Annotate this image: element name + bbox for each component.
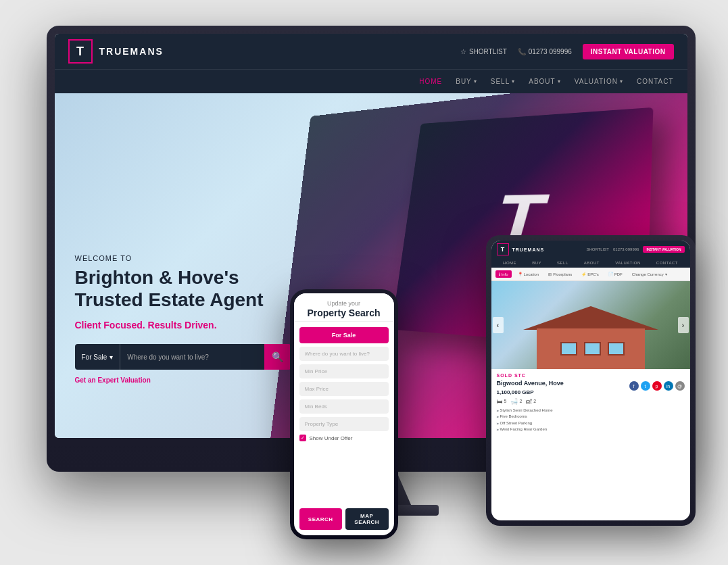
tablet-shortlist-link[interactable]: SHORTLIST (586, 247, 609, 251)
prev-image-button[interactable]: ‹ (493, 317, 504, 333)
tablet-logo-area: T TRUEMANS (497, 243, 545, 255)
instant-valuation-button[interactable]: INSTANT VALUATION (583, 44, 674, 59)
nav-item-home[interactable]: HOME (419, 78, 442, 85)
nav-item-buy[interactable]: BUY ▾ (456, 78, 477, 85)
property-features: 🛏 5 🛁 2 🛋 2 (497, 398, 685, 405)
beds-feature: 🛏 5 (497, 398, 507, 405)
logo-area: T TRUEMANS (68, 39, 164, 64)
house-illustration (523, 308, 658, 369)
bed-icon: 🛏 (497, 398, 503, 405)
social-share-icons: f t p in @ (629, 381, 685, 391)
chevron-down-icon: ▾ (474, 78, 477, 84)
baths-feature: 🛁 2 (510, 398, 522, 405)
property-type-input[interactable] (299, 417, 389, 431)
floorplan-icon: ⊞ (548, 272, 552, 276)
reception-feature: 🛋 2 (526, 398, 536, 405)
sold-stc-badge: SOLD STC (497, 373, 685, 378)
show-under-offer-checkbox[interactable]: ✓ (299, 435, 306, 441)
epc-icon: ⚡ (581, 272, 586, 276)
hero-title: Brighton & Hove's Trusted Estate Agent (75, 266, 291, 312)
tablet-nav-valuation[interactable]: VALUATION (615, 261, 641, 265)
search-input[interactable]: Where do you want to live? (120, 353, 264, 361)
hero-subtitle: Client Focused. Results Driven. (75, 320, 291, 330)
phone-screen: Update your Property Search For Sale ✓ S… (294, 293, 394, 535)
email-icon[interactable]: @ (675, 381, 685, 391)
next-image-button[interactable]: › (678, 317, 689, 333)
property-bullets: Stylish Semi Detached Home Five Bedrooms… (497, 408, 685, 433)
chevron-down-icon: ▾ (512, 78, 515, 84)
expert-valuation-link[interactable]: Expert Valuation (97, 376, 150, 384)
info-icon: ℹ (499, 272, 500, 276)
tab-info[interactable]: ℹ Info (495, 270, 512, 278)
tablet-nav-sell[interactable]: SELL (557, 261, 568, 265)
tablet-screen: T TRUEMANS SHORTLIST 01273 099996 INSTAN… (491, 241, 690, 520)
pinterest-icon[interactable]: p (652, 381, 662, 391)
search-bar: For Sale ▾ Where do you want to live? 🔍 (75, 344, 291, 370)
chevron-down-icon: ▾ (110, 353, 113, 361)
min-beds-input[interactable] (299, 399, 389, 414)
tab-floorplans[interactable]: ⊞ Floorplans (545, 270, 575, 278)
tablet-header-links: SHORTLIST 01273 099996 INSTANT VALUATION (586, 246, 684, 253)
tablet-nav: HOME BUY SELL ABOUT VALUATION CONTACT (491, 258, 690, 268)
tab-epcs[interactable]: ⚡ EPC's (578, 270, 602, 278)
linkedin-icon[interactable]: in (664, 381, 673, 391)
welcome-text: WELCOME TO (75, 254, 291, 262)
tablet-nav-buy[interactable]: BUY (532, 261, 541, 265)
tablet-logo-box: T (497, 243, 509, 255)
phone-form: For Sale ✓ Show Under Offer SEARCH MAP S… (294, 322, 394, 535)
house-window (608, 342, 625, 355)
logo-letter: T (76, 45, 84, 59)
property-image: ‹ › (491, 281, 690, 369)
facebook-icon[interactable]: f (629, 381, 639, 391)
header-right: ☆ SHORTLIST 📞 01273 099996 INSTANT VALUA… (460, 44, 674, 59)
tablet-tabs: ℹ Info 📍 Location ⊞ Floorplans ⚡ EPC's 📄 (491, 268, 690, 281)
tablet-nav-contact[interactable]: CONTACT (656, 261, 678, 265)
search-type-dropdown[interactable]: For Sale ▾ (75, 344, 121, 370)
bath-icon: 🛁 (510, 398, 518, 405)
house-window (560, 342, 577, 355)
show-under-offer-label: Show Under Offer (310, 435, 353, 441)
twitter-icon[interactable]: t (641, 381, 650, 391)
tab-pdf[interactable]: 📄 PDF (605, 270, 626, 278)
location-icon: 📍 (518, 272, 523, 276)
search-icon: 🔍 (272, 351, 283, 362)
tablet-nav-about[interactable]: ABOUT (584, 261, 600, 265)
logo-text: TRUEMANS (99, 46, 164, 57)
where-input[interactable] (299, 347, 389, 361)
chevron-down-icon: ▾ (665, 272, 667, 276)
shortlist-link[interactable]: ☆ SHORTLIST (460, 48, 507, 55)
sofa-icon: 🛋 (526, 398, 532, 405)
nav-item-sell[interactable]: SELL ▾ (491, 78, 515, 85)
nav-item-valuation[interactable]: VALUATION ▾ (575, 78, 623, 85)
tablet-phone-link[interactable]: 01273 099996 (613, 247, 639, 251)
bullet-4: West Facing Rear Garden (497, 426, 685, 433)
phone-link[interactable]: 📞 01273 099996 (518, 48, 572, 55)
nav-item-about[interactable]: ABOUT ▾ (529, 78, 560, 85)
phone-icon: 📞 (518, 48, 526, 55)
pdf-icon: 📄 (608, 272, 613, 276)
hero-content: WELCOME TO Brighton & Hove's Trusted Est… (75, 254, 291, 384)
for-sale-toggle-button[interactable]: For Sale (299, 327, 389, 343)
scene: T TRUEMANS ☆ SHORTLIST 📞 01273 099996 (26, 12, 702, 553)
bullet-2: Five Bedrooms (497, 414, 685, 420)
tablet-property-info: SOLD STC f t p in @ Bigwood Avenue, Hove… (491, 369, 690, 520)
tablet-nav-home[interactable]: HOME (503, 261, 516, 265)
tablet-instant-val-btn[interactable]: INSTANT VALUATION (643, 246, 684, 253)
max-price-input[interactable] (299, 382, 389, 396)
map-search-button[interactable]: MAP SEARCH (345, 508, 389, 530)
chevron-down-icon: ▾ (620, 78, 623, 84)
min-price-input[interactable] (299, 364, 389, 378)
tablet: T TRUEMANS SHORTLIST 01273 099996 INSTAN… (486, 235, 696, 526)
tab-location[interactable]: 📍 Location (514, 270, 543, 278)
tablet-header: T TRUEMANS SHORTLIST 01273 099996 INSTAN… (491, 241, 690, 258)
logo-box: T (68, 39, 93, 64)
property-search-title: Property Search (301, 308, 387, 318)
search-button[interactable]: 🔍 (264, 344, 291, 370)
show-under-offer-row: ✓ Show Under Offer (299, 435, 389, 441)
search-submit-button[interactable]: SEARCH (299, 508, 343, 530)
star-icon: ☆ (460, 48, 466, 55)
nav-item-contact[interactable]: CONTACT (637, 78, 674, 85)
bullet-3: Off Street Parking (497, 420, 685, 427)
tab-change-currency[interactable]: Change Currency ▾ (629, 270, 671, 278)
phone-header: Update your Property Search (294, 293, 394, 322)
